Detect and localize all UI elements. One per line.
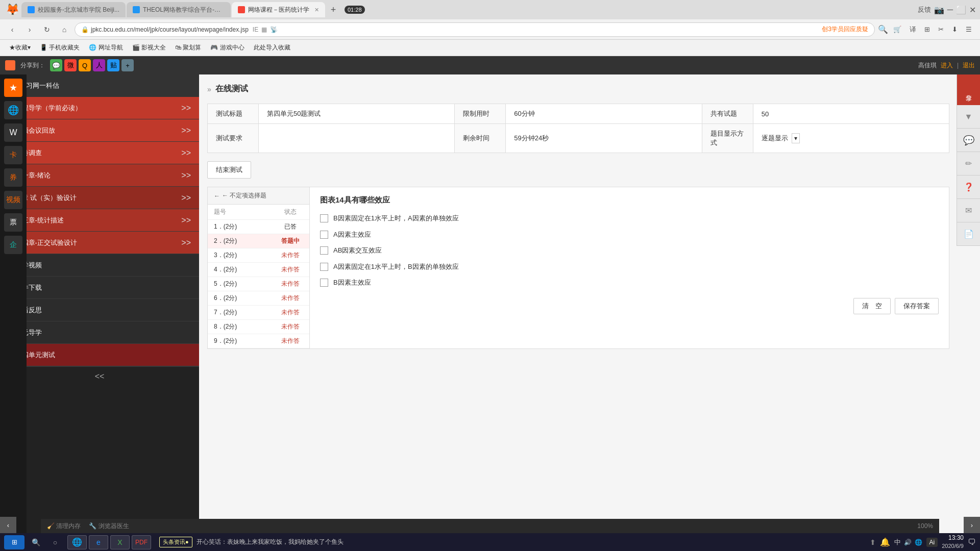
sidebar-item-post-class[interactable]: 课后反思 xyxy=(0,299,199,321)
question-list-item-7[interactable]: 7．(2分) 未作答 xyxy=(208,306,309,320)
qq-share-icon[interactable]: Q xyxy=(79,59,91,71)
question-list-item-3[interactable]: 3．(2分) 未作答 xyxy=(208,248,309,263)
sidebar-item-video-conf[interactable]: ○ 视频会议回放 >> xyxy=(0,119,199,142)
sidebar-item-ch1[interactable]: > 第一章-绪论 >> xyxy=(0,164,199,187)
right-sidebar-scroll-down-btn[interactable]: ▼ xyxy=(957,105,980,129)
end-test-button[interactable]: 结束测试 xyxy=(207,161,251,179)
option-checkbox-5[interactable] xyxy=(320,279,328,287)
option-checkbox-1[interactable] xyxy=(320,214,328,222)
bookmark-nav[interactable]: 🌐 网址导航 xyxy=(85,42,127,54)
sidebar-item-teaching-video[interactable]: 教学视频 xyxy=(0,254,199,277)
option-item-5[interactable]: B因素主效应 xyxy=(320,278,939,288)
more-share-icon[interactable]: + xyxy=(121,59,134,71)
taskbar-action-center-icon[interactable]: 🗨 xyxy=(968,538,976,547)
question-list-item-6[interactable]: 6．(2分) 未作答 xyxy=(208,291,309,306)
menu-icon[interactable]: ☰ xyxy=(963,24,975,35)
minimize-icon[interactable]: ─ xyxy=(947,5,953,14)
taskbar-volume-icon[interactable]: 🔊 xyxy=(904,539,912,546)
logout-link[interactable]: 退出 xyxy=(963,61,975,70)
new-tab-button[interactable]: + xyxy=(326,3,340,17)
refresh-button[interactable]: ↻ xyxy=(40,22,54,37)
sidebar-item-unit-guide[interactable]: 单元导学 xyxy=(0,321,199,344)
question-list-item-1[interactable]: 1．(2分) 已答 xyxy=(208,220,309,234)
browser-doctor-btn[interactable]: 🔧 浏览器医生 xyxy=(89,522,129,531)
right-sidebar-mail-btn[interactable]: ✉ xyxy=(957,199,980,222)
taskbar-search-icon[interactable]: 🔍 xyxy=(28,535,44,549)
question-list-item-8[interactable]: 8．(2分) 未作答 xyxy=(208,320,309,334)
tab-3[interactable]: 网络课程－医药统计学 ✕ xyxy=(232,2,325,17)
right-sidebar-share-btn[interactable]: 分享 xyxy=(957,74,980,105)
card-icon-btn[interactable]: 卡 xyxy=(4,146,22,164)
taskbar-app-ie[interactable]: e xyxy=(89,535,108,549)
translate-icon[interactable]: 译 xyxy=(906,23,919,36)
taskbar-app-excel[interactable]: X xyxy=(110,535,130,549)
browser-logo[interactable]: 🦊 xyxy=(4,2,20,18)
bookmark-video[interactable]: 🎬 影视大全 xyxy=(128,42,170,54)
close-tab-icon[interactable]: ✕ xyxy=(314,7,319,13)
question-list-item-5[interactable]: 5．(2分) 未作答 xyxy=(208,277,309,291)
home-button[interactable]: ⌂ xyxy=(57,22,71,37)
ticket-icon-btn[interactable]: 票 xyxy=(4,213,22,232)
weibo-share-icon[interactable]: 微 xyxy=(64,59,77,71)
renren-share-icon[interactable]: 人 xyxy=(93,59,105,71)
download-icon[interactable]: ⬇ xyxy=(949,24,961,35)
right-sidebar-edit-btn[interactable]: ✏ xyxy=(957,152,980,176)
option-checkbox-4[interactable] xyxy=(320,263,328,271)
back-button[interactable]: ‹ xyxy=(5,22,19,37)
scissors-icon[interactable]: ✂ xyxy=(935,24,947,35)
question-list-item-9[interactable]: 9．(2分) 未作答 xyxy=(208,334,309,348)
close-icon[interactable]: ✕ xyxy=(969,5,976,15)
option-checkbox-2[interactable] xyxy=(320,231,328,239)
sidebar-collapse-button[interactable]: << xyxy=(0,366,199,386)
notification-icon-btn[interactable]: 🌐 xyxy=(4,101,22,119)
doc-icon-btn[interactable]: W xyxy=(4,123,22,142)
sidebar-item-survey[interactable]: ○ 问卷调查 >> xyxy=(0,142,199,164)
tab-1[interactable]: 校园服务-北京城市学院 Beiji... xyxy=(21,2,126,17)
sidebar-item-course-guide[interactable]: ○ 课程导学（学前必读） >> xyxy=(0,97,199,119)
screenshot-icon[interactable]: 📷 xyxy=(934,5,944,15)
option-item-1[interactable]: B因素固定在1水平上时，A因素的单独效应 xyxy=(320,213,939,223)
right-sidebar-help-btn[interactable]: ❓ xyxy=(957,176,980,199)
taskbar-expand-icon[interactable]: ⬆ xyxy=(870,538,876,546)
coupon-icon-btn[interactable]: 券 xyxy=(4,168,22,187)
rss-icon[interactable]: 📡 xyxy=(270,26,278,33)
taskbar-network-icon[interactable]: 🌐 xyxy=(915,539,922,546)
bookmark-games[interactable]: 🎮 游戏中心 xyxy=(206,42,248,54)
address-bar[interactable]: 🔒 jpkc.bcu.edu.cn/meol/jpk/course/layout… xyxy=(75,22,875,37)
taskbar-app-browser[interactable]: 🌐 xyxy=(67,535,87,549)
clear-button[interactable]: 清 空 xyxy=(853,298,891,314)
sidebar-item-ch2[interactable]: 第二章 试（实）验设计 >> xyxy=(0,187,199,209)
save-answer-button[interactable]: 保存答案 xyxy=(895,298,939,314)
right-sidebar-doc-btn[interactable]: 📄 xyxy=(957,222,980,246)
tab-2[interactable]: THEOL网络教学综合平台-北... xyxy=(127,2,231,17)
restore-icon[interactable]: ⬜ xyxy=(956,5,966,15)
sidebar-item-course-download[interactable]: 课件下载 xyxy=(0,277,199,299)
search-icon[interactable]: 🔍 xyxy=(878,24,888,34)
option-item-2[interactable]: A因素主效应 xyxy=(320,230,939,240)
taskbar-app-pdf[interactable]: PDF xyxy=(132,535,151,549)
home-icon-btn[interactable]: ★ xyxy=(4,79,22,97)
bookmark-mobile[interactable]: 📱 手机收藏夹 xyxy=(36,42,84,54)
qq-icon-btn[interactable]: 企 xyxy=(4,236,22,254)
bookmark-shopping[interactable]: 🛍 聚划算 xyxy=(171,42,205,54)
tieba-share-icon[interactable]: 贴 xyxy=(107,59,119,71)
ie-compat-icon[interactable]: IE xyxy=(253,26,258,33)
scroll-right-button[interactable]: › xyxy=(964,517,980,533)
bookmark-import[interactable]: 此处导入收藏 xyxy=(250,42,295,54)
option-item-3[interactable]: AB因素交互效应 xyxy=(320,245,939,256)
display-mode-dropdown[interactable]: ▾ xyxy=(792,133,800,143)
taskbar-cortana-icon[interactable]: ○ xyxy=(47,535,63,549)
feedback-btn[interactable]: 反馈 xyxy=(918,5,931,14)
forward-button[interactable]: › xyxy=(22,22,37,37)
sidebar-item-unit-test[interactable]: 第四单元测试 xyxy=(0,344,199,366)
taskbar-notification-icon[interactable]: 🔔 xyxy=(880,537,890,547)
option-checkbox-3[interactable] xyxy=(320,246,328,255)
sidebar-item-ch3[interactable]: > 第三章-统计描述 >> xyxy=(0,209,199,232)
right-sidebar-comment-btn[interactable]: 💬 xyxy=(957,129,980,152)
question-list-item-2[interactable]: 2．(2分) 答题中 xyxy=(208,234,309,248)
scroll-left-button[interactable]: ‹ xyxy=(0,517,16,533)
video-icon-btn[interactable]: 视频 xyxy=(4,191,22,209)
bookmark-favorites[interactable]: ★收藏▾ xyxy=(5,42,35,54)
wechat-share-icon[interactable]: 💬 xyxy=(50,59,62,71)
extensions-icon[interactable]: ⊞ xyxy=(921,24,933,35)
